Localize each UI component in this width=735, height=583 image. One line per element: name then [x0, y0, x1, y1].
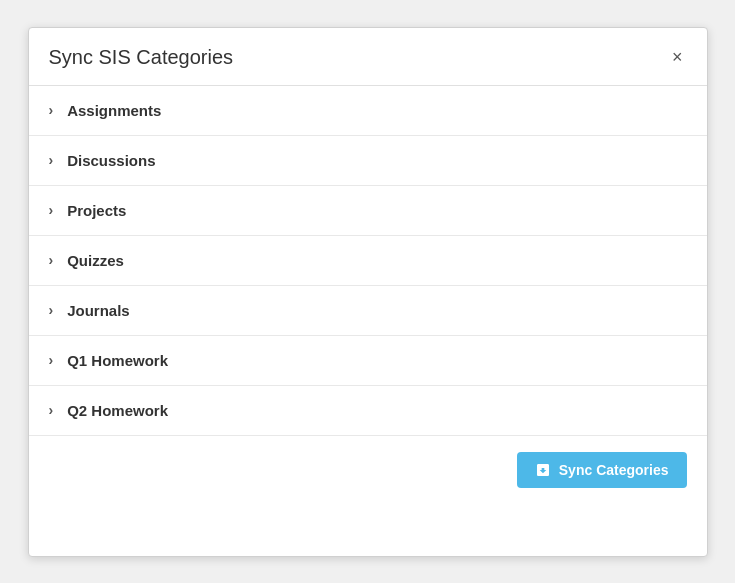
- category-label: Assignments: [67, 102, 161, 119]
- category-label: Quizzes: [67, 252, 124, 269]
- chevron-right-icon: ›: [49, 152, 54, 168]
- category-item[interactable]: ›Journals: [29, 286, 707, 336]
- modal-title: Sync SIS Categories: [49, 46, 234, 69]
- modal-header: Sync SIS Categories ×: [29, 28, 707, 86]
- modal-overlay: Sync SIS Categories × ›Assignments›Discu…: [0, 0, 735, 583]
- chevron-right-icon: ›: [49, 402, 54, 418]
- category-item[interactable]: ›Assignments: [29, 86, 707, 136]
- sync-sis-modal: Sync SIS Categories × ›Assignments›Discu…: [28, 27, 708, 557]
- sync-button-label: Sync Categories: [559, 462, 669, 478]
- category-item[interactable]: ›Discussions: [29, 136, 707, 186]
- category-item[interactable]: ›Q2 Homework: [29, 386, 707, 436]
- category-item[interactable]: ›Projects: [29, 186, 707, 236]
- chevron-right-icon: ›: [49, 252, 54, 268]
- sync-categories-button[interactable]: Sync Categories: [517, 452, 687, 488]
- chevron-right-icon: ›: [49, 202, 54, 218]
- category-label: Q1 Homework: [67, 352, 168, 369]
- sync-icon: [535, 462, 551, 478]
- modal-body: ›Assignments›Discussions›Projects›Quizze…: [29, 86, 707, 436]
- category-label: Journals: [67, 302, 130, 319]
- category-item[interactable]: ›Quizzes: [29, 236, 707, 286]
- category-label: Discussions: [67, 152, 155, 169]
- modal-footer: Sync Categories: [29, 436, 707, 504]
- close-button[interactable]: ×: [668, 48, 687, 66]
- chevron-right-icon: ›: [49, 352, 54, 368]
- category-label: Projects: [67, 202, 126, 219]
- chevron-right-icon: ›: [49, 102, 54, 118]
- category-item[interactable]: ›Q1 Homework: [29, 336, 707, 386]
- category-label: Q2 Homework: [67, 402, 168, 419]
- chevron-right-icon: ›: [49, 302, 54, 318]
